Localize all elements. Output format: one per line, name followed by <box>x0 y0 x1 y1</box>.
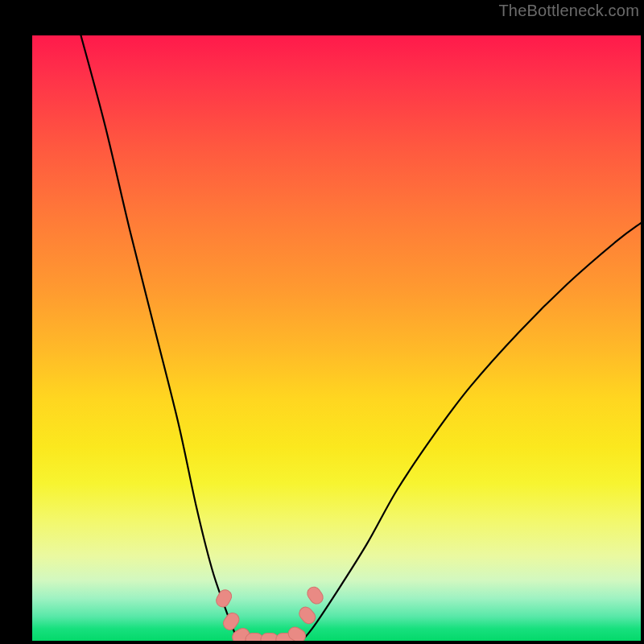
marker-link <box>214 588 234 609</box>
svg-rect-8 <box>305 584 326 606</box>
valley-markers <box>32 35 641 641</box>
marker-link <box>221 610 242 632</box>
plot-area <box>32 35 641 641</box>
svg-rect-0 <box>214 588 234 609</box>
svg-rect-7 <box>297 605 318 626</box>
svg-rect-1 <box>221 610 242 632</box>
watermark-text: TheBottleneck.com <box>498 2 639 20</box>
marker-link <box>297 605 318 626</box>
marker-link <box>305 584 326 606</box>
chart-frame <box>16 16 628 628</box>
